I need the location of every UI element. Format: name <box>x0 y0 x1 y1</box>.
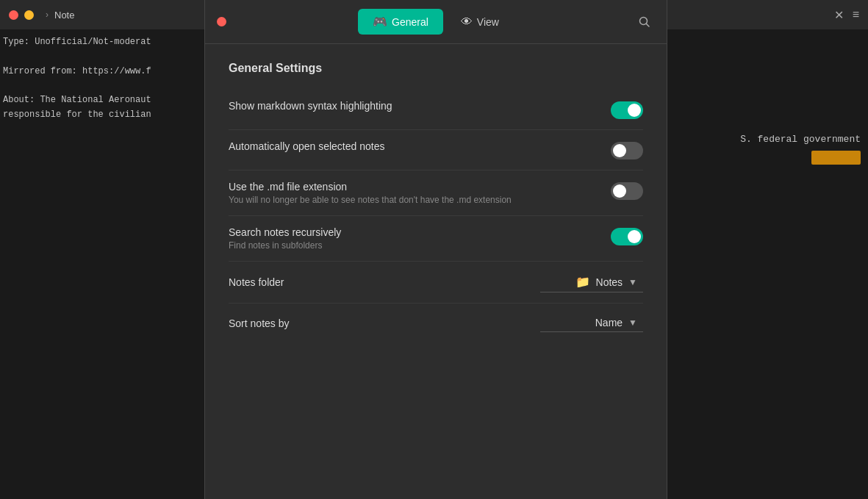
toggle-thumb-4 <box>628 230 641 243</box>
chevron-down-icon-sort: ▼ <box>628 317 637 328</box>
notes-folder-value: Notes <box>596 276 623 288</box>
notes-folder-label: Notes folder <box>229 276 284 288</box>
breadcrumb-arrow: › <box>46 10 49 20</box>
terminal-line-5: About: The National Aeronaut <box>3 93 206 108</box>
toggle-search-recursive[interactable] <box>611 228 643 245</box>
tab-view[interactable]: 👁 View <box>446 9 514 35</box>
setting-row-markdown-highlight: Show markdown syntax highlighting <box>229 90 643 130</box>
setting-label-group-1: Show markdown syntax highlighting <box>229 100 392 112</box>
titlebar: › Note <box>0 0 206 29</box>
terminal-line-6: responsible for the civilian <box>3 108 206 123</box>
toggle-track-3[interactable] <box>611 182 643 200</box>
setting-label-group-4: Search notes recursively Find notes in s… <box>229 226 341 251</box>
toggle-thumb-3 <box>613 184 626 198</box>
modal-tabs: 🎮 General 👁 View <box>358 9 514 35</box>
modal-red-dot <box>217 17 226 26</box>
traffic-light-yellow[interactable] <box>24 10 34 20</box>
right-bg-line2 <box>662 151 861 166</box>
government-text: government <box>803 134 861 145</box>
chevron-down-icon-folder: ▼ <box>628 277 637 287</box>
setting-label-2: Automatically open selected notes <box>229 140 384 152</box>
section-title: General Settings <box>229 62 643 75</box>
setting-label-group-2: Automatically open selected notes <box>229 140 384 152</box>
sort-notes-dropdown[interactable]: Name ▼ <box>540 314 643 332</box>
general-tab-icon: 🎮 <box>373 15 387 29</box>
sort-notes-value: Name <box>595 317 623 329</box>
setting-label-3: Use the .md file extension <box>229 181 512 193</box>
sort-notes-label: Sort notes by <box>229 317 290 329</box>
dropdown-row-sort-notes: Sort notes by Name ▼ <box>229 304 643 342</box>
toggle-md-extension[interactable] <box>611 182 643 200</box>
modal-content: General Settings Show markdown syntax hi… <box>205 44 667 360</box>
modal-topbar: 🎮 General 👁 View <box>205 0 667 44</box>
toggle-thumb-1 <box>628 104 641 117</box>
toggle-markdown-highlight[interactable] <box>611 101 643 119</box>
titlebar-title: Note <box>54 10 74 21</box>
terminal-line-1: Type: Unofficial/Not-moderat <box>3 35 206 50</box>
close-icon[interactable]: ✕ <box>834 8 844 22</box>
modal-panel: 🎮 General 👁 View General Settings Show m… <box>204 0 667 499</box>
terminal-line-3: Mirrored from: https://www.f <box>3 65 206 79</box>
toggle-track-2[interactable] <box>611 142 643 159</box>
notes-folder-dropdown[interactable]: 📁 Notes ▼ <box>540 272 643 292</box>
toggle-thumb-2 <box>613 144 626 157</box>
setting-row-md-extension: Use the .md file extension You will no l… <box>229 170 643 216</box>
terminal-line-4 <box>3 79 206 93</box>
setting-row-search-recursive: Search notes recursively Find notes in s… <box>229 216 643 262</box>
general-tab-label: General <box>392 16 428 28</box>
setting-label-1: Show markdown syntax highlighting <box>229 100 392 112</box>
search-icon <box>639 16 650 28</box>
setting-label-group-3: Use the .md file extension You will no l… <box>229 181 512 205</box>
menu-icon[interactable]: ≡ <box>853 8 859 21</box>
view-tab-label: View <box>477 16 499 28</box>
right-bg-line1: S. federal government <box>662 132 861 148</box>
terminal-line-2 <box>3 50 206 65</box>
setting-sublabel-4: Find notes in subfolders <box>229 240 341 251</box>
toggle-auto-open[interactable] <box>611 142 643 159</box>
topbar-right: ✕ ≡ <box>667 0 868 29</box>
terminal-content: Type: Unofficial/Not-moderat Mirrored fr… <box>0 29 206 129</box>
toggle-track-1[interactable] <box>611 101 643 119</box>
setting-row-auto-open: Automatically open selected notes <box>229 130 643 170</box>
tab-general[interactable]: 🎮 General <box>358 9 443 35</box>
setting-sublabel-3: You will no longer be able to see notes … <box>229 195 512 205</box>
dropdown-row-notes-folder: Notes folder 📁 Notes ▼ <box>229 262 643 304</box>
folder-icon: 📁 <box>575 275 590 289</box>
search-button[interactable] <box>634 12 655 32</box>
toggle-track-4[interactable] <box>611 228 643 245</box>
svg-line-1 <box>647 24 650 26</box>
right-bg-text: S. federal government <box>662 132 868 166</box>
view-tab-icon: 👁 <box>461 15 473 29</box>
setting-label-4: Search notes recursively <box>229 226 341 238</box>
highlight-block <box>811 151 861 165</box>
traffic-light-red[interactable] <box>9 10 18 20</box>
